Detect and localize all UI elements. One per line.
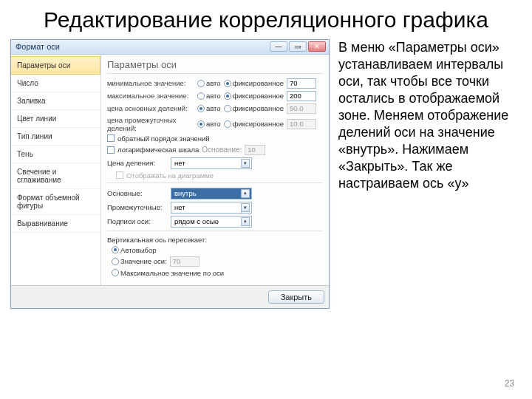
chevron-down-icon: ▾ [241, 189, 250, 198]
minor-unit-label: цена промежуточных делений: [107, 116, 194, 132]
major-auto-radio[interactable]: авто [197, 104, 221, 112]
explanation-text: В меню «Параметры оси» устанавливаем инт… [338, 39, 522, 309]
maximize-button[interactable]: ▭ [289, 41, 307, 52]
axis-labels-combo[interactable]: рядом с осью▾ [171, 216, 252, 228]
max-label: максимальное значение: [107, 92, 194, 100]
sidebar-item-fill[interactable]: Заливка [11, 92, 100, 110]
max-fixed-radio[interactable]: фиксированное [224, 92, 284, 100]
sidebar-item-line-color[interactable]: Цвет линии [11, 110, 100, 128]
minor-tick-label: Промежуточные: [107, 203, 166, 211]
chevron-down-icon: ▾ [241, 217, 250, 226]
min-auto-radio[interactable]: авто [197, 79, 221, 87]
page-number: 23 [505, 378, 514, 389]
major-unit-label: цена основных делений: [107, 104, 194, 112]
cross-value-radio[interactable]: Значение оси: [112, 257, 167, 265]
sidebar-item-3d[interactable]: Формат объемной фигуры [11, 189, 100, 215]
log-base-input [245, 145, 265, 155]
sidebar-item-glow[interactable]: Свечение и сглаживание [11, 163, 100, 189]
display-unit-label: Цена деления: [107, 159, 166, 167]
min-label: минимальное значение: [107, 79, 194, 87]
close-button[interactable]: Закрыть [268, 290, 324, 304]
min-value-input[interactable] [287, 78, 316, 89]
cross-heading: Вертикальная ось пересекает: [107, 236, 323, 244]
chevron-down-icon: ▾ [241, 203, 250, 212]
axis-format-dialog: Формат оси — ▭ ✕ Параметры оси Число Зал… [10, 39, 330, 309]
minor-value-input [287, 119, 316, 129]
cross-auto-radio[interactable]: Автовыбор [112, 246, 157, 254]
max-value-input[interactable] [287, 91, 316, 101]
display-unit-combo[interactable]: нет▾ [171, 157, 252, 169]
category-sidebar: Параметры оси Число Заливка Цвет линии Т… [11, 55, 101, 285]
max-auto-radio[interactable]: авто [197, 92, 221, 100]
dialog-title: Формат оси [16, 42, 268, 51]
minor-fixed-radio[interactable]: фиксированное [224, 120, 284, 128]
sidebar-item-axis-options[interactable]: Параметры оси [11, 56, 100, 75]
log-checkbox[interactable]: логарифмическая шкала [107, 146, 199, 154]
minor-tick-combo[interactable]: нет▾ [171, 202, 252, 214]
major-value-input [287, 103, 316, 114]
axis-labels-label: Подписи оси: [107, 217, 166, 225]
dialog-titlebar: Формат оси — ▭ ✕ [11, 40, 329, 55]
major-tick-label: Основные: [107, 189, 166, 197]
panel-heading: Параметры оси [107, 59, 323, 74]
minimize-button[interactable]: — [270, 41, 287, 52]
cross-value-input [170, 256, 200, 267]
axis-options-panel: Параметры оси минимальное значение: авто… [101, 55, 329, 285]
min-fixed-radio[interactable]: фиксированное [224, 79, 284, 87]
chevron-down-icon: ▾ [241, 159, 250, 168]
dialog-button-bar: Закрыть [11, 285, 329, 308]
sidebar-item-line-style[interactable]: Тип линии [11, 128, 100, 146]
slide-title: Редактирование корреляционного графика [0, 0, 532, 33]
sidebar-item-number[interactable]: Число [11, 75, 100, 92]
reverse-checkbox[interactable]: обратный порядок значений [107, 134, 210, 143]
cross-max-radio[interactable]: Максимальное значение по оси [112, 269, 224, 277]
show-unit-checkbox: Отображать на диаграмме [116, 171, 214, 180]
minor-auto-radio[interactable]: авто [197, 120, 221, 128]
major-fixed-radio[interactable]: фиксированное [224, 104, 284, 112]
sidebar-item-align[interactable]: Выравнивание [11, 215, 100, 233]
close-window-button[interactable]: ✕ [308, 41, 326, 52]
sidebar-item-shadow[interactable]: Тень [11, 146, 100, 163]
log-base-label: Основание: [202, 146, 242, 154]
major-tick-combo[interactable]: внутрь▾ [171, 188, 252, 200]
